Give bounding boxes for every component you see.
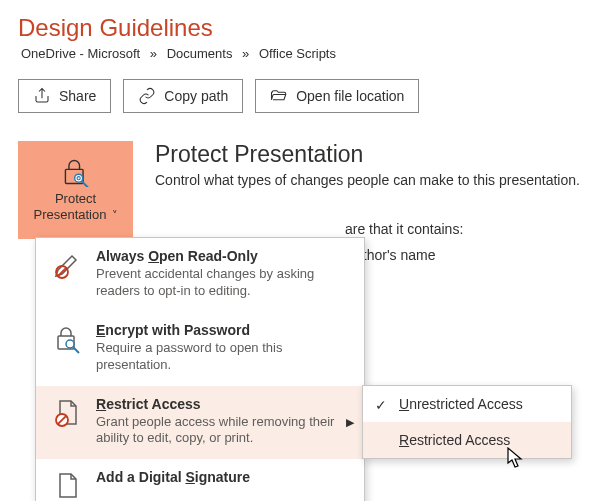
- breadcrumb-part[interactable]: Documents: [167, 46, 233, 61]
- breadcrumb-part[interactable]: OneDrive - Microsoft: [21, 46, 140, 61]
- menu-item-title: Encrypt with Password: [96, 322, 350, 338]
- lock-key-icon: [58, 157, 94, 187]
- breadcrumb: OneDrive - Microsoft » Documents » Offic…: [18, 46, 582, 61]
- copy-path-button[interactable]: Copy path: [123, 79, 243, 113]
- svg-point-6: [66, 340, 74, 348]
- menu-item-desc: Prevent accidental changes by asking rea…: [96, 266, 350, 300]
- menu-item-encrypt[interactable]: Encrypt with Password Require a password…: [36, 312, 364, 386]
- menu-item-title: Add a Digital Signature: [96, 469, 250, 485]
- section-title: Protect Presentation: [155, 141, 582, 168]
- breadcrumb-sep: »: [242, 46, 249, 61]
- menu-item-restrict-access[interactable]: Restrict Access Grant people access whil…: [36, 386, 364, 460]
- protect-label-1: Protect: [55, 191, 96, 206]
- share-label: Share: [59, 88, 96, 104]
- document-no-icon: [50, 396, 84, 448]
- share-button[interactable]: Share: [18, 79, 111, 113]
- pencil-no-icon: [50, 248, 84, 300]
- chevron-right-icon: ▶: [346, 416, 354, 429]
- restrict-access-submenu: ✓ Unrestricted Access Restricted Access: [362, 385, 572, 459]
- menu-item-desc: Grant people access while removing their…: [96, 414, 350, 448]
- menu-item-title: Restrict Access: [96, 396, 350, 412]
- open-location-button[interactable]: Open file location: [255, 79, 419, 113]
- action-bar: Share Copy path Open file location: [18, 79, 582, 113]
- submenu-restricted[interactable]: Restricted Access: [363, 422, 571, 458]
- protect-label-2: Presentation: [33, 207, 106, 222]
- menu-item-desc: Require a password to open this presenta…: [96, 340, 350, 374]
- page-title: Design Guidelines: [18, 14, 582, 42]
- svg-point-1: [74, 175, 82, 183]
- submenu-unrestricted[interactable]: ✓ Unrestricted Access: [363, 386, 571, 422]
- menu-item-open-read-only[interactable]: Always Open Read-Only Prevent accidental…: [36, 238, 364, 312]
- chevron-down-icon: ˅: [108, 209, 117, 221]
- menu-item-title: Always Open Read-Only: [96, 248, 350, 264]
- breadcrumb-part[interactable]: Office Scripts: [259, 46, 336, 61]
- check-icon: ✓: [375, 397, 387, 413]
- share-icon: [33, 87, 51, 105]
- section-subtitle: Control what types of changes people can…: [155, 172, 582, 188]
- copy-path-label: Copy path: [164, 88, 228, 104]
- cursor-icon: [507, 447, 525, 469]
- link-icon: [138, 87, 156, 105]
- menu-item-digital-signature[interactable]: Add a Digital Signature: [36, 459, 364, 501]
- protect-menu: Always Open Read-Only Prevent accidental…: [35, 237, 365, 501]
- breadcrumb-sep: »: [150, 46, 157, 61]
- lock-key-icon: [50, 322, 84, 374]
- protect-presentation-button[interactable]: Protect Presentation ˅: [18, 141, 133, 239]
- open-location-label: Open file location: [296, 88, 404, 104]
- folder-open-icon: [270, 87, 288, 105]
- signature-icon: [50, 469, 84, 501]
